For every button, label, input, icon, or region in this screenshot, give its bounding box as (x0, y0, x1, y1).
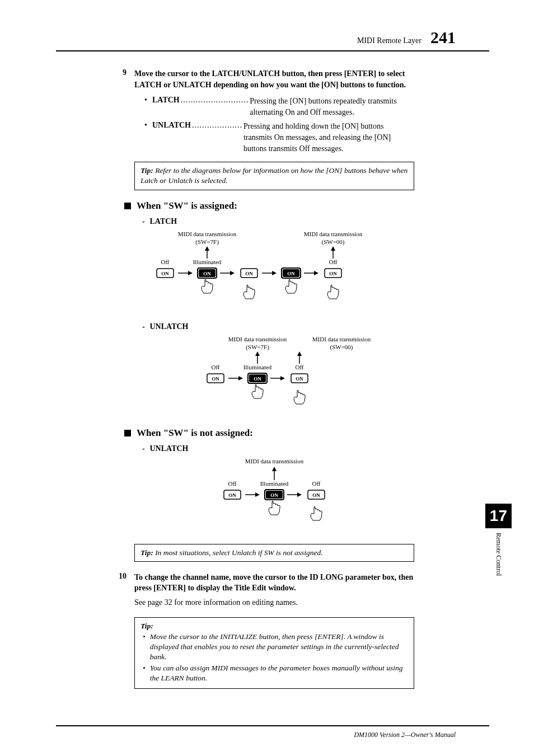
subheading-latch: - LATCH (142, 217, 414, 226)
subheading-unlatch: - UNLATCH (142, 322, 414, 331)
dash-icon: - (142, 322, 148, 331)
svg-marker-13 (272, 271, 277, 275)
subheading-text: UNLATCH (150, 322, 189, 331)
hand-press-icon (285, 279, 297, 293)
state-off: Off (312, 480, 320, 487)
tip-bullet-item: •Move the cursor to the INITIALIZE butto… (143, 632, 408, 663)
unlatch-term: UNLATCH (152, 121, 191, 130)
on-button: ON (296, 376, 303, 382)
bullet-icon: • (143, 632, 146, 663)
definitions-list: • LATCH ........................... Pres… (144, 96, 414, 154)
on-button: ON (312, 492, 320, 498)
on-button: ON (245, 271, 253, 276)
latch-definition: • LATCH ........................... Pres… (144, 96, 414, 118)
dash-icon: - (142, 217, 148, 226)
step-number: 9 (114, 68, 127, 90)
hand-press-icon (269, 501, 280, 515)
hand-release-icon (243, 285, 255, 299)
square-bullet-icon (124, 203, 131, 209)
svg-marker-6 (188, 271, 193, 275)
unlatch-diagram-svg: MIDI data transmission (SW=7F) MIDI data… (162, 335, 386, 419)
hand-release-icon (294, 390, 305, 404)
unlatch-no-sw-diagram: MIDI data transmission Off Illuminated O… (134, 457, 414, 535)
footer-text: DM1000 Version 2—Owner's Manual (354, 731, 456, 739)
sw-value: (SW=00) (321, 238, 344, 246)
on-button-pressed: ON (287, 271, 295, 276)
unlatch-definition: • UNLATCH .................... Pressing … (144, 121, 414, 154)
svg-marker-25 (238, 376, 243, 381)
step-10: 10 To change the channel name, move the … (134, 572, 414, 612)
bullet-icon: • (144, 96, 152, 105)
page-header: MIDI Remote Layer 241 (56, 28, 489, 51)
subheading-text: LATCH (150, 217, 177, 226)
on-button: ON (329, 271, 337, 276)
state-off: Off (329, 259, 337, 265)
midi-label: MIDI data transmission (228, 336, 287, 342)
svg-marker-32 (272, 467, 277, 471)
on-button: ON (212, 376, 219, 382)
heading-text: When "SW" is assigned: (137, 200, 237, 212)
tip-box-3: Tip: •Move the cursor to the INITIALIZE … (134, 617, 414, 688)
sw-value: (SW=00) (330, 344, 353, 351)
square-bullet-icon (124, 430, 131, 436)
subheading-unlatch-2: - UNLATCH (142, 444, 414, 453)
svg-marker-29 (280, 376, 285, 381)
step-number: 10 (114, 572, 127, 612)
tip-label: Tip: (140, 548, 153, 557)
svg-marker-22 (297, 351, 302, 356)
header-section-name: MIDI Remote Layer (357, 36, 421, 45)
dash-icon: - (142, 444, 148, 453)
midi-label: MIDI data transmission (245, 458, 304, 464)
heading-sw-not-assigned: When "SW" is not assigned: (124, 428, 414, 439)
tip-label: Tip: (140, 621, 408, 631)
step-title: To change the channel name, move the cur… (134, 572, 414, 594)
svg-marker-1 (205, 246, 209, 251)
hand-press-icon (202, 279, 213, 293)
midi-label: MIDI data transmission (304, 231, 363, 237)
chapter-tab: 17 Remote Control (485, 504, 512, 576)
tip-box-2: Tip: In most situations, select Unlatch … (134, 544, 414, 562)
latch-diagram: MIDI data transmission (SW=7F) MIDI data… (134, 229, 414, 313)
subheading-text: UNLATCH (150, 444, 189, 453)
step-body: See page 32 for more information on edit… (134, 597, 414, 608)
tip-label: Tip: (140, 166, 153, 175)
step-9: 9 Move the cursor to the LATCH/UNLATCH b… (134, 68, 414, 90)
on-button-pressed: ON (203, 271, 211, 276)
heading-sw-assigned: When "SW" is assigned: (124, 200, 414, 212)
on-button: ON (228, 492, 236, 498)
state-off: Off (161, 259, 169, 265)
svg-marker-20 (255, 351, 260, 356)
page-footer: DM1000 Version 2—Owner's Manual (56, 725, 489, 739)
on-button: ON (161, 271, 169, 276)
sw-value: (SW=7F) (195, 238, 219, 246)
heading-text: When "SW" is not assigned: (137, 428, 253, 439)
tip-box-1: Tip: Refer to the diagrams below for inf… (134, 162, 414, 190)
unlatch-description: Pressing and holding down the [ON] butto… (243, 121, 414, 154)
step-title: Move the cursor to the LATCH/UNLATCH but… (134, 68, 414, 90)
hand-release-icon (327, 285, 339, 299)
main-content: 9 Move the cursor to the LATCH/UNLATCH b… (56, 68, 414, 689)
unlatch-diagram: MIDI data transmission (SW=7F) MIDI data… (134, 335, 414, 419)
latch-term: LATCH (152, 96, 180, 105)
svg-marker-35 (255, 492, 260, 497)
midi-label: MIDI data transmission (178, 231, 237, 237)
leader-dots: .................... (191, 121, 243, 130)
on-button-pressed: ON (254, 376, 261, 382)
state-off: Off (295, 364, 303, 370)
hand-release-icon (311, 506, 322, 520)
tip-text: In most situations, select Unlatch if SW… (155, 548, 323, 557)
bullet-icon: • (143, 663, 146, 683)
midi-label: MIDI data transmission (312, 336, 371, 342)
svg-marker-10 (230, 271, 235, 275)
state-illuminated: Illuminated (193, 259, 222, 265)
header-page-number: 241 (430, 28, 456, 47)
on-button-pressed: ON (270, 492, 278, 498)
latch-description: Pressing the [ON] buttons repeatedly tra… (250, 96, 414, 118)
state-illuminated: Illuminated (243, 364, 272, 370)
chapter-number: 17 (485, 504, 512, 528)
svg-marker-39 (297, 492, 302, 497)
tip-text: Refer to the diagrams below for informat… (140, 166, 407, 185)
tip-bullet-list: •Move the cursor to the INITIALIZE butto… (140, 632, 408, 684)
sw-value: (SW=7F) (246, 344, 269, 351)
bullet-icon: • (144, 121, 152, 130)
